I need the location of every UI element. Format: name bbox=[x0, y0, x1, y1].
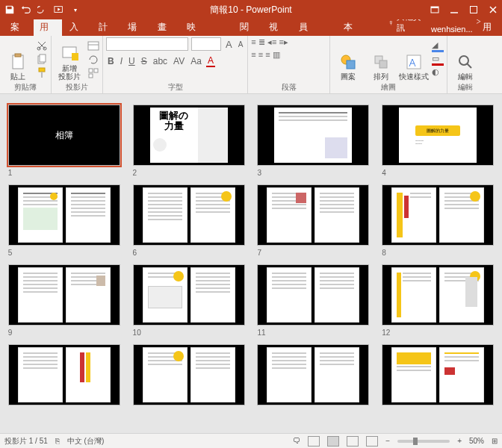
strike-button[interactable]: S bbox=[140, 56, 149, 66]
new-slide-icon bbox=[61, 45, 78, 63]
underline-button[interactable]: U bbox=[127, 56, 137, 66]
numbering-icon[interactable]: ≣ bbox=[258, 37, 265, 46]
slide-grid: 相簿 1 圖解の 力量 2 bbox=[6, 105, 496, 417]
font-name-input[interactable] bbox=[106, 37, 188, 51]
zoom-in-button[interactable]: + bbox=[457, 437, 462, 445]
align-right-icon[interactable]: ≡ bbox=[265, 50, 270, 59]
editing-button[interactable]: 編輯 bbox=[450, 39, 480, 81]
shapes-button[interactable]: 圖案 bbox=[333, 39, 363, 81]
group-editing: 編輯 編輯 bbox=[447, 36, 483, 93]
zoom-out-button[interactable]: − bbox=[385, 437, 390, 445]
slide-number: 5 bbox=[8, 249, 120, 257]
shrink-font-button[interactable]: A bbox=[237, 40, 245, 49]
slide-number: 10 bbox=[133, 329, 245, 337]
slide-thumbnail-15[interactable]: 15 bbox=[257, 344, 369, 417]
decrease-indent-icon[interactable]: ◂≡ bbox=[267, 37, 276, 46]
zoom-slider[interactable] bbox=[397, 440, 450, 443]
title-bar: ▾ 簡報10 - PowerPoint bbox=[0, 0, 502, 19]
svg-rect-21 bbox=[379, 60, 387, 68]
grow-font-button[interactable]: A bbox=[224, 39, 234, 50]
slide-thumbnail-9[interactable]: 9 bbox=[8, 264, 120, 337]
font-group-label: 字型 bbox=[106, 81, 244, 93]
slide-number: 9 bbox=[8, 329, 120, 337]
slide-thumbnail-8[interactable]: 8 bbox=[382, 184, 494, 257]
svg-rect-9 bbox=[39, 68, 45, 72]
cut-icon[interactable] bbox=[36, 40, 48, 52]
save-icon[interactable] bbox=[4, 4, 15, 15]
document-title: 簡報10 - PowerPoint bbox=[210, 4, 291, 16]
slide-thumbnail-4[interactable]: 圖解的力量 ▪▪▪▪▪▪▪▪▪▪▪▪▪▪▪▪▪▪ 4 bbox=[382, 105, 494, 177]
close-icon[interactable] bbox=[489, 5, 498, 14]
change-case-button[interactable]: Aa bbox=[189, 56, 203, 66]
group-font: A A B I U S abc AV Aa A 字型 bbox=[103, 36, 248, 93]
fit-to-window-button[interactable]: ⊞ bbox=[492, 437, 498, 445]
minimize-icon[interactable] bbox=[450, 5, 459, 14]
font-size-input[interactable] bbox=[191, 37, 221, 51]
reset-icon[interactable] bbox=[87, 54, 99, 66]
slide-1-title: 相簿 bbox=[55, 129, 73, 142]
clipboard-icon bbox=[9, 53, 27, 71]
language-indicator[interactable]: 中文 (台灣) bbox=[67, 436, 104, 447]
shape-fill-icon[interactable]: ◢ bbox=[432, 40, 444, 52]
slide-thumbnail-7[interactable]: 7 bbox=[257, 184, 369, 257]
slide-thumbnail-11[interactable]: 11 bbox=[257, 264, 369, 337]
format-painter-icon[interactable] bbox=[36, 67, 48, 79]
group-drawing: 圖案 排列 快速樣式 ◢ ▭ ◐ 繪圖 bbox=[330, 36, 447, 93]
redo-icon[interactable] bbox=[37, 4, 48, 15]
slide-thumbnail-5[interactable]: 5 bbox=[8, 184, 120, 257]
svg-rect-15 bbox=[89, 69, 93, 72]
slide-number: 4 bbox=[382, 169, 494, 177]
slide-thumbnail-3[interactable]: 3 bbox=[257, 105, 369, 177]
find-icon bbox=[456, 53, 474, 71]
slide-thumbnail-14[interactable]: 14 bbox=[133, 344, 245, 417]
svg-rect-19 bbox=[347, 60, 355, 69]
spell-check-icon[interactable]: ⎘ bbox=[55, 437, 60, 445]
increase-indent-icon[interactable]: ≡▸ bbox=[279, 37, 288, 46]
font-color-button[interactable]: A bbox=[206, 55, 215, 67]
section-icon[interactable] bbox=[87, 67, 99, 79]
char-spacing-button[interactable]: AV bbox=[172, 56, 186, 66]
slide-thumbnail-2[interactable]: 圖解の 力量 2 bbox=[133, 105, 245, 177]
slideshow-view-button[interactable] bbox=[366, 436, 378, 447]
qat-dropdown-icon[interactable]: ▾ bbox=[70, 4, 81, 15]
normal-view-button[interactable] bbox=[308, 436, 320, 447]
slide-sorter-view-button[interactable] bbox=[327, 436, 339, 447]
arrange-label: 排列 bbox=[374, 72, 388, 81]
slide-sorter-view[interactable]: 相簿 1 圖解の 力量 2 bbox=[0, 94, 502, 433]
zoom-level[interactable]: 50% bbox=[469, 437, 484, 445]
layout-icon[interactable] bbox=[87, 40, 99, 52]
slide-thumbnail-10[interactable]: 10 bbox=[133, 264, 245, 337]
reading-view-button[interactable] bbox=[347, 436, 359, 447]
slide-thumbnail-16[interactable]: 16 bbox=[382, 344, 494, 417]
slide-thumbnail-1[interactable]: 相簿 1 bbox=[8, 105, 120, 177]
quick-styles-icon bbox=[405, 53, 423, 71]
columns-icon[interactable]: ▥ bbox=[273, 50, 280, 59]
account-name[interactable]: wenhsien... bbox=[431, 25, 473, 36]
shadow-button[interactable]: abc bbox=[152, 56, 169, 66]
undo-icon[interactable] bbox=[21, 4, 31, 15]
arrange-button[interactable]: 排列 bbox=[366, 39, 396, 81]
bullets-icon[interactable]: ≡ bbox=[251, 37, 255, 46]
slide-count-indicator[interactable]: 投影片 1 / 51 bbox=[4, 436, 48, 447]
align-left-icon[interactable]: ≡ bbox=[251, 50, 255, 59]
paste-button[interactable]: 貼上 bbox=[3, 39, 33, 81]
slide-thumbnail-6[interactable]: 6 bbox=[133, 184, 245, 257]
comments-icon[interactable]: 🗨 bbox=[293, 437, 300, 445]
ribbon-display-icon[interactable] bbox=[430, 5, 439, 14]
new-slide-button[interactable]: 新增 投影片 bbox=[55, 39, 84, 81]
start-from-beginning-icon[interactable] bbox=[54, 4, 64, 15]
group-clipboard: 貼上 剪貼簿 bbox=[0, 36, 52, 93]
bold-button[interactable]: B bbox=[106, 56, 116, 66]
group-slides: 新增 投影片 投影片 bbox=[52, 36, 103, 93]
maximize-icon[interactable] bbox=[469, 5, 478, 14]
align-center-icon[interactable]: ≡ bbox=[258, 50, 263, 59]
slide-thumbnail-13[interactable]: 13 bbox=[8, 344, 120, 417]
ribbon-tabs: 檔案 常用 插入 設計 轉場 動畫 投影片放映 校閱 檢視 開發人員 分鏡腳本 … bbox=[0, 19, 502, 36]
slide-thumbnail-12[interactable]: 12 bbox=[382, 264, 494, 337]
quick-styles-button[interactable]: 快速樣式 bbox=[399, 39, 429, 81]
shape-outline-icon[interactable]: ▭ bbox=[432, 54, 444, 66]
italic-button[interactable]: I bbox=[119, 56, 124, 66]
window-controls bbox=[430, 5, 498, 14]
copy-icon[interactable] bbox=[36, 54, 48, 66]
shape-effects-icon[interactable]: ◐ bbox=[432, 67, 444, 79]
